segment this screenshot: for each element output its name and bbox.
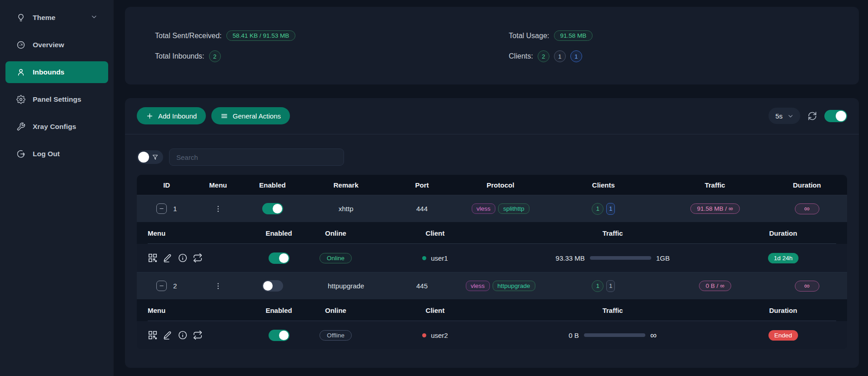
toggle-knob bbox=[263, 281, 273, 291]
collapse-row-button[interactable] bbox=[156, 281, 167, 291]
client-duration-cell: 1d 24h bbox=[719, 253, 847, 263]
subcol-header-enabled: Enabled bbox=[250, 229, 307, 237]
client-name: user2 bbox=[431, 331, 448, 339]
toggle-knob bbox=[279, 253, 289, 263]
refresh-button[interactable] bbox=[808, 111, 817, 121]
inbound-enabled-toggle[interactable] bbox=[262, 203, 283, 214]
search-input[interactable] bbox=[169, 148, 344, 166]
online-status-badge: Online bbox=[319, 253, 352, 263]
client-table-header: Menu Enabled Online Client Traffic Durat… bbox=[137, 299, 847, 321]
sidebar-item-xray-configs[interactable]: Xray Configs bbox=[5, 116, 108, 138]
toggle-knob bbox=[138, 152, 149, 163]
col-header-clients: Clients bbox=[544, 181, 663, 189]
reset-traffic-button[interactable] bbox=[193, 330, 203, 340]
stat-total-inbounds: Total Inbounds: 2 bbox=[155, 50, 509, 62]
refresh-interval-select[interactable]: 5s bbox=[768, 108, 800, 124]
user-icon bbox=[16, 68, 25, 77]
col-header-port: Port bbox=[387, 181, 457, 189]
row-menu-button[interactable] bbox=[214, 205, 222, 213]
duration-cell: ∞ bbox=[767, 203, 847, 214]
subcol-header-client: Client bbox=[364, 229, 506, 237]
add-inbound-label: Add Inbound bbox=[158, 112, 197, 120]
edit-button[interactable] bbox=[163, 253, 173, 263]
info-button[interactable] bbox=[178, 330, 188, 340]
port-cell: 444 bbox=[387, 205, 457, 213]
kebab-menu-icon bbox=[214, 282, 222, 290]
sidebar-item-overview[interactable]: Overview bbox=[5, 34, 108, 56]
inbound-id: 2 bbox=[173, 282, 177, 290]
chevron-down-icon bbox=[91, 14, 97, 22]
sidebar-item-panel-settings[interactable]: Panel Settings bbox=[5, 89, 108, 110]
add-inbound-button[interactable]: Add Inbound bbox=[137, 107, 206, 124]
filter-toggle[interactable] bbox=[137, 150, 163, 164]
clients-cell: 1 1 bbox=[544, 280, 663, 292]
subcol-header-menu: Menu bbox=[137, 307, 250, 314]
traffic-total: ∞ bbox=[650, 332, 657, 339]
qr-code-button[interactable] bbox=[148, 253, 158, 263]
client-status-dot bbox=[422, 256, 426, 260]
client-count-badge: 1 bbox=[606, 280, 615, 292]
traffic-badge: 0 B / ∞ bbox=[699, 281, 731, 291]
inbound-row: 1 xhttp 444 vless splithttp 1 bbox=[137, 195, 847, 222]
protocol-cell: vless httpupgrade bbox=[457, 281, 544, 291]
client-menu-cell bbox=[137, 253, 250, 263]
stats-card: Total Sent/Received: 58.41 KB / 91.53 MB… bbox=[125, 7, 859, 84]
inbound-enabled-toggle[interactable] bbox=[262, 280, 283, 292]
gear-icon bbox=[16, 95, 25, 104]
col-header-duration: Duration bbox=[767, 181, 847, 189]
client-online-cell: Offline bbox=[307, 330, 364, 341]
minus-icon bbox=[159, 283, 164, 288]
col-header-menu: Menu bbox=[196, 181, 239, 189]
menu-cell bbox=[196, 282, 239, 290]
sidebar-item-label: Theme bbox=[33, 14, 55, 22]
subcol-header-online: Online bbox=[307, 307, 364, 314]
sidebar: Theme Overview Inbounds Panel Settings X… bbox=[0, 0, 114, 376]
col-header-traffic: Traffic bbox=[663, 181, 767, 189]
protocol-badge: httpupgrade bbox=[493, 281, 535, 291]
stats-row-1: Total Sent/Received: 58.41 KB / 91.53 MB… bbox=[155, 30, 829, 41]
reset-traffic-button[interactable] bbox=[193, 253, 203, 263]
inbound-row: 2 httpupgrade 445 vless httpupgrade bbox=[137, 272, 847, 299]
sidebar-item-log-out[interactable]: Log Out bbox=[5, 143, 108, 165]
sidebar-item-label: Inbounds bbox=[33, 68, 65, 76]
filter-funnel-icon bbox=[152, 154, 159, 161]
subcol-header-enabled: Enabled bbox=[250, 307, 307, 314]
sidebar-item-inbounds[interactable]: Inbounds bbox=[5, 61, 108, 83]
enabled-cell bbox=[240, 280, 305, 292]
client-menu-cell bbox=[137, 330, 250, 340]
pencil-icon bbox=[163, 330, 173, 340]
table-header-row: ID Menu Enabled Remark Port Protocol Cli… bbox=[137, 175, 847, 195]
clients-count-badge: 1 bbox=[554, 50, 566, 62]
info-button[interactable] bbox=[178, 253, 188, 263]
client-traffic-cell: 0 B ∞ bbox=[506, 331, 719, 339]
port-cell: 445 bbox=[387, 282, 457, 290]
edit-button[interactable] bbox=[163, 330, 173, 340]
col-header-id: ID bbox=[137, 181, 196, 189]
client-name: user1 bbox=[431, 254, 448, 262]
id-cell: 1 bbox=[137, 203, 196, 214]
qr-code-button[interactable] bbox=[148, 330, 158, 340]
auto-refresh-toggle[interactable] bbox=[824, 110, 847, 122]
collapse-row-button[interactable] bbox=[156, 203, 167, 214]
stat-label: Total Inbounds: bbox=[155, 52, 205, 60]
duration-badge: Ended bbox=[768, 330, 798, 341]
client-enabled-toggle[interactable] bbox=[269, 252, 289, 264]
general-actions-label: General Actions bbox=[233, 112, 281, 120]
qr-code-icon bbox=[148, 330, 158, 340]
client-duration-cell: Ended bbox=[719, 330, 847, 341]
traffic-badge: 91.58 MB / ∞ bbox=[690, 203, 740, 214]
client-enabled-toggle[interactable] bbox=[269, 330, 289, 341]
col-header-protocol: Protocol bbox=[457, 181, 544, 189]
general-actions-button[interactable]: General Actions bbox=[211, 107, 290, 124]
row-menu-button[interactable] bbox=[214, 282, 222, 290]
info-icon bbox=[178, 330, 188, 340]
client-status-dot bbox=[422, 333, 426, 337]
sidebar-item-theme[interactable]: Theme bbox=[5, 7, 108, 29]
sidebar-item-label: Overview bbox=[33, 41, 64, 49]
subcol-header-traffic: Traffic bbox=[506, 307, 719, 314]
toggle-knob bbox=[273, 204, 282, 213]
toolbar: Add Inbound General Actions 5s bbox=[125, 98, 859, 134]
traffic-progress-bar bbox=[584, 333, 645, 337]
stat-clients: Clients: 2 1 1 bbox=[509, 50, 582, 62]
dashboard-icon bbox=[16, 40, 25, 49]
